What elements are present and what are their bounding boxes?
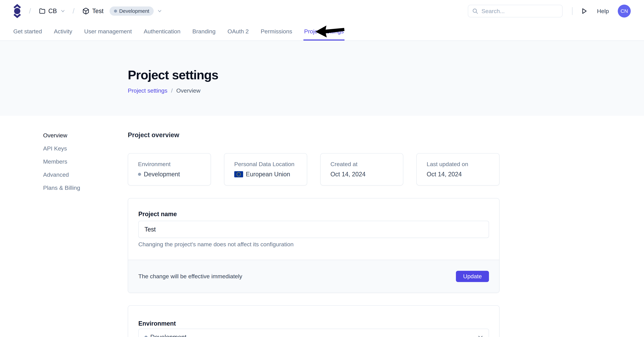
info-card-environment: Environment Development [128, 153, 211, 186]
chevron-down-icon [478, 336, 483, 337]
environment-card: Environment Development [128, 305, 500, 337]
project-name-card-footer: The change will be effective immediately… [128, 260, 499, 293]
org-name: CB [48, 7, 57, 15]
tab-project-settings[interactable]: Project settings [304, 22, 344, 40]
update-button[interactable]: Update [456, 271, 489, 282]
tab-activity[interactable]: Activity [54, 22, 72, 40]
footer-note: The change will be effective immediately [138, 273, 242, 280]
project-name: Test [92, 7, 104, 15]
project-name-card: Project name Changing the project's name… [128, 198, 500, 293]
sidebar-item-overview[interactable]: Overview [43, 132, 80, 139]
org-breadcrumb-button[interactable]: CB [39, 7, 65, 15]
tab-branding[interactable]: Branding [192, 22, 216, 40]
page-title: Project settings [128, 68, 644, 82]
breadcrumb-current: Overview [176, 87, 200, 94]
top-header: / CB / Test Development Help CN [0, 0, 644, 22]
breadcrumb: Project settings / Overview [128, 87, 644, 94]
status-dot-icon [138, 173, 141, 176]
page-hero: Project settings Project settings / Over… [0, 41, 644, 116]
breadcrumb-separator: / [29, 7, 31, 15]
folder-icon [39, 8, 46, 14]
tab-authentication[interactable]: Authentication [144, 22, 180, 40]
info-card-last-updated: Last updated on Oct 14, 2024 [416, 153, 500, 186]
content-area: Overview API Keys Members Advanced Plans… [0, 116, 644, 337]
section-title: Project overview [128, 131, 500, 139]
tab-get-started[interactable]: Get started [13, 22, 42, 40]
breadcrumb-separator: / [72, 7, 74, 15]
environment-label: Environment [138, 320, 489, 327]
status-dot-icon [114, 9, 117, 12]
search-input[interactable] [468, 5, 562, 17]
sidebar-item-api-keys[interactable]: API Keys [43, 145, 80, 152]
breadcrumb-separator: / [171, 87, 172, 94]
search-icon [472, 8, 478, 14]
tab-user-management[interactable]: User management [84, 22, 132, 40]
info-card-grid: Environment Development Personal Data Lo… [128, 153, 500, 186]
status-dot-icon [144, 336, 148, 337]
avatar[interactable]: CN [618, 4, 631, 17]
project-name-input[interactable] [138, 221, 489, 238]
app-logo-icon[interactable] [13, 3, 21, 18]
package-icon [82, 7, 90, 15]
main-panel: Project overview Environment Development… [128, 116, 500, 337]
help-link[interactable]: Help [597, 8, 609, 14]
breadcrumb-link[interactable]: Project settings [128, 87, 167, 94]
info-card-data-location: Personal Data Location European Union [224, 153, 307, 186]
play-icon[interactable] [581, 8, 588, 14]
project-name-helper: Changing the project's name does not aff… [138, 241, 489, 248]
search-box [468, 5, 562, 17]
header-divider [572, 7, 572, 15]
settings-sidebar: Overview API Keys Members Advanced Plans… [43, 132, 80, 197]
chevron-down-icon [158, 10, 162, 12]
tab-permissions[interactable]: Permissions [261, 22, 292, 40]
chevron-down-icon [61, 10, 65, 12]
environment-select[interactable]: Development [138, 329, 489, 337]
project-name-label: Project name [138, 211, 489, 218]
project-tabbar: Get started Activity User management Aut… [0, 22, 644, 41]
info-card-created-at: Created at Oct 14, 2024 [320, 153, 404, 186]
sidebar-item-plans-billing[interactable]: Plans & Billing [43, 184, 80, 191]
project-breadcrumb-button[interactable]: Test Development [82, 6, 162, 16]
eu-flag-icon [234, 171, 243, 177]
sidebar-item-members[interactable]: Members [43, 158, 80, 165]
environment-badge: Development [110, 6, 154, 16]
sidebar-item-advanced[interactable]: Advanced [43, 171, 80, 178]
tab-oauth2[interactable]: OAuth 2 [228, 22, 249, 40]
